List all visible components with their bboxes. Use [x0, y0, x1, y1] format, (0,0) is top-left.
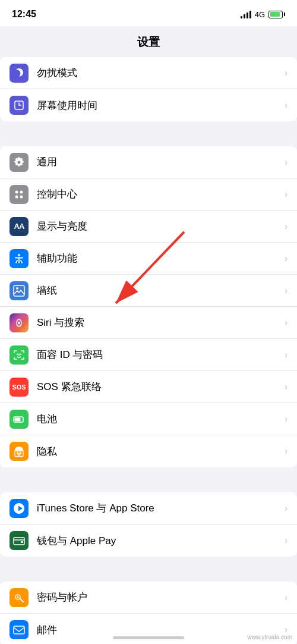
svg-rect-16: [21, 541, 23, 543]
svg-rect-15: [14, 538, 24, 545]
sidebar-item-control-center[interactable]: 控制中心 ›: [0, 178, 297, 211]
section-divider-2: [0, 472, 297, 492]
settings-group-1: 勿扰模式 › 屏幕使用时间 ›: [0, 57, 297, 121]
faceid-icon: [10, 345, 29, 365]
home-indicator: [113, 636, 184, 639]
svg-rect-9: [14, 285, 24, 296]
wallet-icon: [10, 531, 29, 550]
display-chevron: ›: [285, 221, 287, 232]
itunes-chevron: ›: [285, 503, 287, 514]
sidebar-item-general[interactable]: 通用 ›: [0, 146, 297, 178]
svg-point-5: [15, 195, 18, 198]
itunes-label: iTunes Store 与 App Store: [37, 501, 280, 515]
privacy-label: 隐私: [37, 445, 280, 458]
page-title-bar: 设置: [0, 26, 297, 57]
general-label: 通用: [37, 155, 280, 169]
status-icons: 4G: [241, 10, 285, 19]
svg-point-3: [15, 190, 18, 193]
passwords-label: 密码与帐户: [37, 590, 280, 604]
svg-point-8: [16, 287, 18, 290]
battery-label: 电池: [37, 412, 280, 426]
siri-icon: [10, 313, 29, 332]
section-divider-3: [0, 561, 297, 582]
dnd-label: 勿扰模式: [37, 66, 280, 80]
sidebar-item-wallpaper[interactable]: 墙纸 ›: [0, 275, 297, 307]
display-icon: AA: [10, 217, 29, 236]
faceid-chevron: ›: [285, 350, 287, 360]
sidebar-item-faceid[interactable]: 面容 ID 与密码 ›: [0, 339, 297, 371]
sos-label: SOS 紧急联络: [37, 380, 280, 394]
svg-point-18: [17, 596, 19, 598]
wallpaper-label: 墙纸: [37, 284, 280, 297]
privacy-chevron: ›: [285, 446, 287, 457]
settings-group-2: 通用 › 控制中心 › AA 显示与亮度 ›: [0, 146, 297, 467]
sidebar-item-display[interactable]: AA 显示与亮度 ›: [0, 211, 297, 243]
control-center-chevron: ›: [285, 189, 287, 200]
mail-icon: [10, 620, 29, 639]
svg-point-11: [18, 322, 20, 324]
battery-icon: [10, 410, 29, 429]
mail-label: 邮件: [37, 623, 280, 637]
watermark: www.ytruida.com: [245, 633, 295, 642]
accessibility-chevron: ›: [285, 253, 287, 264]
wallet-chevron: ›: [285, 535, 287, 546]
sidebar-item-privacy[interactable]: 隐私 ›: [0, 435, 297, 467]
accessibility-icon: [10, 249, 29, 268]
general-chevron: ›: [285, 157, 287, 168]
screen-time-icon: [10, 96, 29, 115]
wallpaper-icon: [10, 281, 29, 300]
svg-point-6: [20, 195, 23, 198]
sidebar-item-screen-time[interactable]: 屏幕使用时间 ›: [0, 89, 297, 121]
screen-time-chevron: ›: [285, 100, 287, 111]
itunes-icon: [10, 499, 29, 518]
general-icon: [10, 153, 29, 172]
page-title: 设置: [137, 36, 160, 48]
svg-point-7: [18, 254, 20, 256]
siri-chevron: ›: [285, 318, 287, 328]
accessibility-label: 辅助功能: [37, 252, 280, 265]
wallet-label: 钱包与 Apple Pay: [37, 534, 280, 548]
signal-icon: [241, 10, 251, 18]
siri-label: Siri 与搜索: [37, 316, 280, 329]
sidebar-item-sos[interactable]: SOS SOS 紧急联络 ›: [0, 371, 297, 403]
sidebar-item-dnd[interactable]: 勿扰模式 ›: [0, 57, 297, 89]
sos-icon: SOS: [10, 378, 29, 397]
passwords-chevron: ›: [285, 592, 287, 603]
display-label: 显示与亮度: [37, 219, 280, 233]
sidebar-item-passwords[interactable]: 密码与帐户 ›: [0, 582, 297, 614]
settings-group-3: iTunes Store 与 App Store › 钱包与 Apple Pay…: [0, 492, 297, 557]
sidebar-item-siri[interactable]: Siri 与搜索 ›: [0, 307, 297, 339]
control-center-label: 控制中心: [37, 187, 280, 201]
faceid-label: 面容 ID 与密码: [37, 348, 280, 362]
wallpaper-chevron: ›: [285, 285, 287, 296]
sidebar-item-battery[interactable]: 电池 ›: [0, 403, 297, 435]
section-divider-1: [0, 126, 297, 146]
svg-rect-19: [14, 626, 24, 634]
sos-chevron: ›: [285, 382, 287, 392]
battery-chevron: ›: [285, 414, 287, 425]
control-center-icon: [10, 185, 29, 204]
dnd-chevron: ›: [285, 68, 287, 78]
network-label: 4G: [255, 10, 265, 19]
svg-rect-13: [15, 417, 21, 421]
status-time: 12:45: [12, 9, 36, 20]
sidebar-item-wallet[interactable]: 钱包与 Apple Pay ›: [0, 524, 297, 557]
passwords-icon: [10, 588, 29, 607]
sidebar-item-itunes[interactable]: iTunes Store 与 App Store ›: [0, 492, 297, 524]
sidebar-item-accessibility[interactable]: 辅助功能 ›: [0, 243, 297, 275]
battery-status-icon: [268, 11, 285, 18]
svg-point-4: [20, 190, 23, 193]
screen-time-label: 屏幕使用时间: [37, 99, 280, 112]
status-bar: 12:45 4G: [0, 0, 297, 26]
dnd-icon: [10, 64, 29, 83]
privacy-icon: [10, 442, 29, 461]
